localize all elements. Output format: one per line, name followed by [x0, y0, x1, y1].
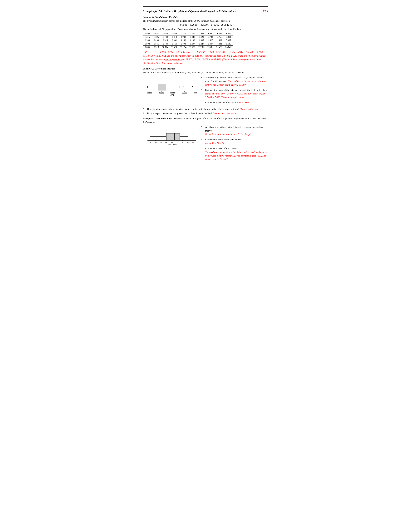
- table-cell: 8.685: [143, 46, 152, 49]
- table-cell: 3.524: [161, 39, 170, 42]
- table-cell: 8.918: [152, 46, 161, 49]
- svg-text:82: 82: [160, 141, 162, 143]
- table-cell: 0.506: [143, 32, 152, 36]
- example1-five-num: (0.506, 1.660, 4.170, 6.676, 35.842).: [143, 24, 268, 27]
- example3-layout: 78 80 82 84 86 88 90 92 94 HighSchool: [143, 125, 268, 163]
- example2-title: Example 2: Gross State Product: [143, 67, 268, 70]
- example3-section: Example 3: Graduation Rates: The boxplot…: [143, 117, 268, 163]
- table-cell: 5.097: [224, 39, 233, 42]
- example1-intro: The five number summary for the populati…: [143, 19, 268, 23]
- gsp-boxplot: 30000 40000 50000 60000 70000 GSP: [143, 76, 197, 97]
- table-cell: 6.407: [206, 42, 215, 46]
- table-cell: 0.621: [152, 32, 161, 36]
- table-cell: 0.830: [188, 32, 197, 36]
- de-item: e. Do you expect the mean to be greater …: [143, 112, 268, 115]
- table-cell: 19.281: [206, 46, 215, 49]
- population-table: 0.5060.6210.6360.6580.7710.8300.9271.080…: [143, 32, 233, 49]
- qa-letter: c.: [201, 147, 204, 150]
- qa-answer: Range about 67,000 – 28,000 = 39,000 and…: [205, 92, 267, 99]
- qa-item: b. Estimate the range of the data values…: [201, 138, 268, 145]
- table-cell: 3.499: [152, 39, 161, 42]
- table-cell: 4.525: [206, 39, 215, 42]
- svg-text:86: 86: [171, 141, 173, 143]
- example2-de-section: d. Does the data appear to be symmetric,…: [143, 107, 268, 115]
- table-cell: 2.734: [206, 36, 215, 39]
- qa-text: Estimate the median of the data. About 3…: [205, 101, 268, 104]
- table-cell: 1.748: [161, 36, 170, 39]
- table-cell: 2.953: [143, 39, 152, 42]
- table-cell: 35.842: [224, 46, 233, 49]
- gsp-box: [158, 84, 166, 90]
- example1-table-intro: The table shows all 50 populations. Dete…: [143, 28, 268, 31]
- svg-text:88: 88: [176, 141, 178, 143]
- qa-text: Are there any outliers in the data set? …: [205, 125, 268, 136]
- table-cell: 7.481: [215, 42, 224, 46]
- qa-item: b. Estimate the range of the data and es…: [201, 88, 268, 99]
- table-cell: 4.507: [197, 39, 206, 42]
- top-divider: [143, 6, 268, 7]
- svg-text:50000: 50000: [170, 92, 175, 94]
- table-cell: 2.421: [197, 36, 206, 39]
- table-cell: 2.901: [224, 36, 233, 39]
- de-item: d. Does the data appear to be symmetric,…: [143, 107, 268, 111]
- table-cell: 1.262: [215, 32, 224, 36]
- qa-text: Estimate the mean of the data set.The me…: [205, 147, 268, 161]
- svg-text:78: 78: [149, 141, 151, 143]
- example2-qa-area: a. Are there any outliers in the data se…: [201, 76, 268, 106]
- svg-text:84: 84: [165, 141, 167, 143]
- example3-title: Example 3: Graduation Rates:: [143, 117, 173, 120]
- qa-answer: No, whiskers are not more than 1.5* box …: [205, 133, 251, 136]
- qa-letter: a.: [201, 125, 204, 128]
- svg-text:HighSchool: HighSchool: [168, 144, 177, 146]
- table-cell: 1.080: [206, 32, 215, 36]
- svg-text:70000: 70000: [193, 92, 197, 94]
- table-cell: 17.385: [197, 46, 206, 49]
- table-cell: 22.472: [215, 46, 224, 49]
- qa-item: a. Are there any outliers in the data se…: [201, 125, 268, 136]
- example2-layout: 30000 40000 50000 60000 70000 GSP: [143, 76, 268, 106]
- table-cell: 11.450: [170, 46, 179, 49]
- table-cell: 10.104: [161, 46, 170, 49]
- example1-answer: IQR = Q₃ – Q₁ = 6.676 – 1.660 = 5.016. W…: [143, 50, 268, 65]
- svg-text:80: 80: [155, 141, 157, 143]
- de-text: Do you expect the mean to be greater tha…: [147, 112, 268, 115]
- qa-answer: The median is about 87 and the data is l…: [205, 151, 267, 161]
- de-letter: e.: [143, 112, 146, 114]
- table-cell: 2.333: [188, 36, 197, 39]
- table-cell: 0.771: [179, 32, 188, 36]
- qa-letter: a.: [201, 76, 204, 78]
- table-cell: 12.394: [179, 46, 188, 49]
- table-cell: 4.198: [188, 39, 197, 42]
- svg-text:*: *: [183, 86, 184, 88]
- qa-answer: About 92 – 78 = 14: [205, 142, 224, 144]
- qa-item: c. Estimate the median of the data. Abou…: [201, 101, 268, 104]
- example2-boxplot-area: 30000 40000 50000 60000 70000 GSP: [143, 76, 197, 97]
- table-cell: 4.142: [179, 39, 188, 42]
- qa-answer: About 39,000.: [237, 101, 251, 104]
- hs-box: [166, 133, 180, 140]
- table-cell: 5.504: [143, 42, 152, 46]
- svg-text:40000: 40000: [159, 92, 164, 94]
- svg-text:94: 94: [192, 141, 194, 143]
- table-cell: 6.207: [188, 42, 197, 46]
- example2-intro: The boxplot shows the Gross State Produc…: [143, 71, 268, 75]
- svg-text:*: *: [192, 86, 193, 88]
- table-cell: 1.813: [170, 36, 179, 39]
- table-cell: 5.893: [179, 42, 188, 46]
- table-cell: 4.602: [215, 39, 224, 42]
- svg-text:GSP: GSP: [170, 94, 174, 96]
- de-answer: Greater than the median: [213, 112, 236, 115]
- qa-text: Are there any outliers in the data set? …: [205, 76, 268, 87]
- table-cell: 1.903: [179, 36, 188, 39]
- de-text: Does the data appear to be symmetric, sk…: [147, 107, 268, 111]
- qa-answer: Two outliers on the upper end at around …: [205, 80, 267, 86]
- table-cell: 1.395: [152, 36, 161, 39]
- example3-qa-area: a. Are there any outliers in the data se…: [201, 125, 268, 163]
- table-cell: 1.299: [224, 32, 233, 36]
- de-letter: d.: [143, 107, 146, 110]
- highschool-boxplot: 78 80 82 84 86 88 90 92 94 HighSchool: [143, 125, 197, 146]
- table-cell: 3.591: [170, 39, 179, 42]
- svg-text:60000: 60000: [182, 92, 187, 94]
- table-cell: 5.740: [161, 42, 170, 46]
- table-cell: 0.636: [161, 32, 170, 36]
